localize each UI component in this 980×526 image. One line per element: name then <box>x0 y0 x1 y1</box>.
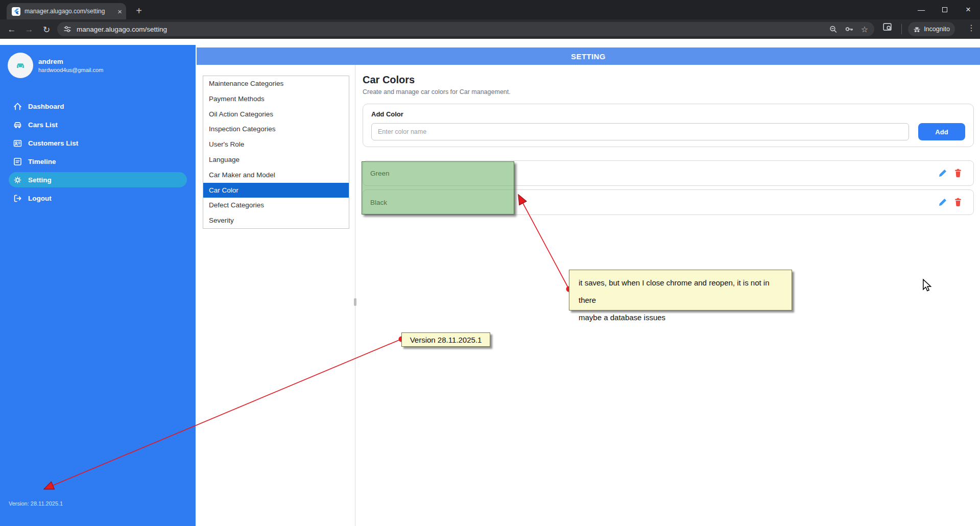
tab-strip: manager.alugago.com/setting × + — × <box>0 0 980 19</box>
maximize-button[interactable] <box>933 0 957 19</box>
menu-item-oil-action-categories[interactable]: Oil Action Categories <box>203 107 349 122</box>
divider-handle-icon[interactable] <box>354 298 356 306</box>
customers-icon <box>13 138 22 148</box>
avatar <box>8 53 33 78</box>
add-button[interactable]: Add <box>918 123 965 140</box>
sidebar-item-label: Timeline <box>28 158 56 165</box>
flutter-favicon-icon <box>12 7 20 16</box>
color-name: Green <box>370 170 938 177</box>
color-list: Green Black <box>363 160 974 215</box>
maximize-icon <box>942 7 947 12</box>
incognito-label: Incognito <box>924 26 950 33</box>
delete-trash-icon[interactable] <box>954 169 962 178</box>
password-key-icon[interactable] <box>845 25 854 34</box>
sidebar-item-setting[interactable]: Setting <box>9 172 187 187</box>
panel-divider[interactable] <box>355 65 355 526</box>
timeline-icon <box>13 157 22 166</box>
toolbar-divider <box>901 24 902 34</box>
incognito-badge: Incognito <box>908 22 955 36</box>
menu-item-defect-categories[interactable]: Defect Categories <box>203 198 349 213</box>
sidebar-nav: Dashboard Cars List Customers List Timel… <box>0 99 196 206</box>
sidebar-item-customers-list[interactable]: Customers List <box>9 135 187 151</box>
user-name: andrem <box>38 58 103 65</box>
browser-toolbar: ← → ↻ manager.alugago.com/setting ☆ Inco… <box>0 19 980 39</box>
window-controls: — × <box>910 0 980 19</box>
menu-item-car-maker-and-model[interactable]: Car Maker and Model <box>203 168 349 183</box>
side-search-icon[interactable] <box>882 22 892 32</box>
section-subtitle: Create and manage car colors for Car man… <box>363 88 974 95</box>
main-panel: Car Colors Create and manage car colors … <box>363 65 974 219</box>
logout-icon <box>13 194 22 203</box>
settings-menu: Maintenance Categories Payment Methods O… <box>203 76 349 229</box>
home-icon <box>13 102 22 111</box>
incognito-spy-icon <box>913 26 921 33</box>
edit-pencil-icon[interactable] <box>938 198 947 207</box>
menu-item-payment-methods[interactable]: Payment Methods <box>203 91 349 107</box>
tab-close-icon[interactable]: × <box>117 8 122 15</box>
url-text: manager.alugago.com/setting <box>77 26 822 33</box>
car-icon <box>13 120 22 130</box>
tab-title: manager.alugago.com/setting <box>25 8 114 15</box>
color-name: Black <box>370 199 938 206</box>
close-window-button[interactable]: × <box>957 0 980 19</box>
color-row-black: Black <box>363 189 974 215</box>
sidebar-item-dashboard[interactable]: Dashboard <box>9 99 187 114</box>
address-bar[interactable]: manager.alugago.com/setting ☆ <box>57 22 874 36</box>
minimize-button[interactable]: — <box>910 0 933 19</box>
sidebar-item-label: Logout <box>28 195 52 202</box>
delete-trash-icon[interactable] <box>954 198 962 207</box>
menu-item-language[interactable]: Language <box>203 152 349 168</box>
add-color-card: Add Color Add <box>363 104 974 147</box>
site-settings-icon[interactable] <box>63 25 71 33</box>
sidebar: andrem hardwood4us@gmail.com Dashboard C… <box>0 45 196 526</box>
page-title: SETTING <box>571 52 606 61</box>
back-button[interactable]: ← <box>5 23 18 36</box>
section-title: Car Colors <box>363 74 974 86</box>
car-avatar-icon <box>15 60 26 70</box>
bookmark-star-icon[interactable]: ☆ <box>861 25 868 34</box>
sidebar-item-cars-list[interactable]: Cars List <box>9 117 187 132</box>
color-row-green: Green <box>363 160 974 186</box>
reload-button[interactable]: ↻ <box>40 23 53 36</box>
forward-button[interactable]: → <box>22 23 36 36</box>
web-page: andrem hardwood4us@gmail.com Dashboard C… <box>0 39 980 526</box>
new-tab-button[interactable]: + <box>132 4 146 18</box>
color-name-input[interactable] <box>371 123 909 140</box>
sidebar-item-label: Customers List <box>28 139 78 147</box>
sidebar-item-label: Dashboard <box>28 103 64 110</box>
zoom-out-icon[interactable] <box>829 25 838 34</box>
add-color-title: Add Color <box>371 110 965 118</box>
menu-item-severity[interactable]: Severity <box>203 213 349 228</box>
menu-item-maintenance-categories[interactable]: Maintenance Categories <box>203 76 349 91</box>
sidebar-item-label: Cars List <box>28 121 58 129</box>
sidebar-item-timeline[interactable]: Timeline <box>9 154 187 169</box>
browser-window: manager.alugago.com/setting × + — × ← → … <box>0 0 980 526</box>
browser-tab[interactable]: manager.alugago.com/setting × <box>7 3 126 19</box>
page-title-bar: SETTING <box>197 47 980 65</box>
content-area: Maintenance Categories Payment Methods O… <box>197 65 980 526</box>
sidebar-version-text: Version: 28.11.2025.1 <box>9 500 63 507</box>
user-block: andrem hardwood4us@gmail.com <box>8 53 196 78</box>
menu-item-car-color[interactable]: Car Color <box>203 183 349 198</box>
sidebar-item-label: Setting <box>28 176 52 184</box>
edit-pencil-icon[interactable] <box>938 169 947 178</box>
user-email: hardwood4us@gmail.com <box>38 67 103 73</box>
menu-item-users-role[interactable]: User's Role <box>203 137 349 152</box>
sidebar-item-logout[interactable]: Logout <box>9 190 187 206</box>
gear-icon <box>13 175 22 185</box>
browser-menu-button[interactable]: ⋮ <box>965 23 977 33</box>
menu-item-inspection-categories[interactable]: Inspection Categories <box>203 122 349 137</box>
